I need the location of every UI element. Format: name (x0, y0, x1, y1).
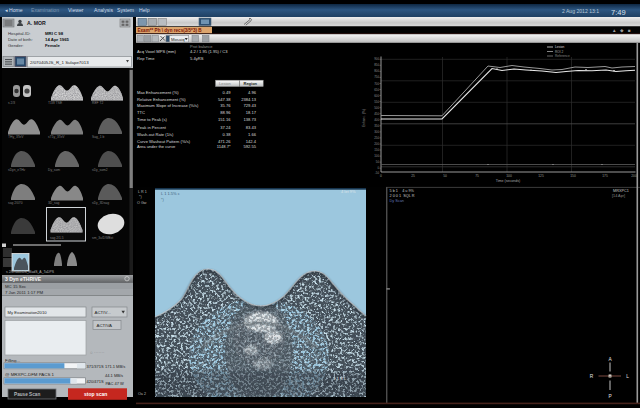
svg-text:THy_3TeV: THy_3TeV (8, 135, 24, 139)
svg-text:37.24: 37.24 (220, 125, 231, 130)
svg-text:500: 500 (374, 106, 379, 110)
svg-text:5 b 1 4 u 9%: 5 b 1 4 u 9% (390, 189, 415, 193)
svg-text:35.76: 35.76 (220, 103, 231, 108)
svg-text:Rep Time: Rep Time (137, 56, 155, 61)
svg-text:Relative Enhancement (%): Relative Enhancement (%) (137, 97, 186, 102)
svg-text:Prot balance: Prot balance (190, 44, 213, 49)
svg-text:Time (seconds): Time (seconds) (496, 179, 521, 183)
svg-text:MRI C 98: MRI C 98 (45, 31, 64, 36)
svg-text:ACTIVA: ACTIVA (97, 323, 113, 328)
svg-text:125: 125 (538, 174, 544, 178)
svg-text:0.49: 0.49 (223, 90, 232, 95)
svg-text:System: System (117, 7, 134, 13)
svg-text:Hospital-ID:: Hospital-ID: (8, 31, 30, 36)
svg-text:850: 850 (374, 63, 379, 67)
svg-text:Dy_som: Dy_som (48, 168, 60, 172)
svg-text:729.43: 729.43 (243, 103, 256, 108)
svg-text:Dy Scan: Dy Scan (390, 199, 404, 203)
svg-text:T1W TSE: T1W TSE (48, 101, 63, 105)
svg-text:250: 250 (374, 136, 379, 140)
svg-text:Reference: Reference (555, 54, 570, 58)
svg-text:0: 0 (380, 174, 382, 178)
svg-text:7:49: 7:49 (611, 8, 626, 17)
svg-text:◂ Home: ◂ Home (5, 7, 23, 13)
svg-text:-50: -50 (375, 171, 380, 175)
svg-text:420/471S: 420/471S (87, 379, 104, 384)
svg-text:s 2/070405JS_MadS_A_TaDPS: s 2/070405JS_MadS_A_TaDPS (6, 270, 55, 274)
svg-text:1148.7*: 1148.7* (217, 144, 231, 149)
svg-text:3D_sag: 3D_sag (48, 201, 60, 205)
svg-text:Lesion: Lesion (555, 45, 565, 49)
svg-text:PAC 47 W: PAC 47 W (106, 381, 125, 386)
svg-text:sT1y_3TeV: sT1y_3TeV (48, 135, 65, 139)
svg-text:Maximum Slope of Increase (%/s: Maximum Slope of Increase (%/s) (137, 103, 199, 108)
svg-text:171.1 MB/s: 171.1 MB/s (105, 364, 125, 369)
svg-text:Area under the curve: Area under the curve (137, 144, 176, 149)
svg-text:sDy_3Dsag: sDy_3Dsag (92, 201, 109, 205)
svg-text:800: 800 (374, 69, 379, 73)
svg-text:44.1 MB/s: 44.1 MB/s (105, 373, 123, 378)
svg-text:7 Jan 2011 1:17 PM: 7 Jan 2011 1:17 PM (5, 290, 44, 295)
svg-text:Exam** Ph \ dyn recs(3/5*3) B: Exam** Ph \ dyn recs(3/5*3) B (138, 28, 203, 33)
svg-text:Viewer: Viewer (68, 7, 84, 13)
svg-text:371/371S: 371/371S (87, 364, 104, 369)
svg-text:Enhanc. (%): Enhanc. (%) (362, 109, 366, 127)
svg-text:A. MOR: A. MOR (27, 20, 46, 26)
svg-text:L R 1: L R 1 (138, 190, 147, 194)
svg-text:Sag_1 b: Sag_1 b (92, 135, 104, 139)
svg-text:Lesion: Lesion (219, 81, 231, 86)
svg-text:4.96: 4.96 (248, 90, 257, 95)
svg-text:4 1 F L: 4 1 F L (333, 376, 347, 381)
svg-text:450: 450 (374, 112, 379, 116)
svg-text:L: L (626, 374, 629, 379)
svg-text:Max Enhancement (%): Max Enhancement (%) (137, 90, 179, 95)
svg-text:Peak in Percent: Peak in Percent (137, 125, 167, 130)
svg-text:0.38: 0.38 (223, 132, 232, 137)
svg-text:600: 600 (374, 94, 379, 98)
svg-text:700: 700 (374, 82, 379, 86)
svg-text:Filling...: Filling... (5, 358, 20, 363)
svg-text:Region: Region (244, 81, 258, 86)
svg-text:sag 2/1.5: sag 2/1.5 (50, 236, 64, 240)
svg-text:stop scan: stop scan (84, 391, 107, 397)
svg-text:650: 650 (374, 88, 379, 92)
svg-text:150: 150 (570, 174, 576, 178)
svg-text:Acq Voxel MPS (mm): Acq Voxel MPS (mm) (137, 49, 177, 54)
svg-text:550: 550 (374, 100, 379, 104)
svg-text:ACTIV...: ACTIV... (95, 310, 111, 315)
svg-text:Examination: Examination (31, 7, 59, 13)
svg-text:350: 350 (374, 124, 379, 128)
svg-text:2 Aug 2012 13:1: 2 Aug 2012 13:1 (562, 8, 599, 14)
svg-text:Pause Scan: Pause Scan (14, 392, 40, 397)
svg-text:@ MRXPC-DFM PACS 1: @ MRXPC-DFM PACS 1 (5, 372, 55, 377)
svg-text:592.55: 592.55 (243, 144, 256, 149)
svg-text:4.2 / 1.95 (1.95) / C3: 4.2 / 1.95 (1.95) / C3 (190, 49, 228, 54)
svg-text:MRXPC1: MRXPC1 (613, 189, 629, 193)
svg-text:1.66: 1.66 (248, 132, 257, 137)
svg-text:Oa 2: Oa 2 (138, 392, 146, 396)
svg-text:REF T2: REF T2 (92, 101, 103, 105)
svg-text:14 Apr 1965: 14 Apr 1965 (45, 37, 70, 42)
svg-text:sag 2/070: sag 2/070 (8, 201, 23, 205)
svg-text:5.4yRS: 5.4yRS (190, 56, 204, 61)
svg-text:R: R (590, 374, 594, 379)
svg-text:151.16: 151.16 (218, 117, 231, 122)
svg-text:200: 200 (631, 174, 637, 178)
svg-text:4 let 9%: 4 let 9% (341, 189, 356, 194)
svg-text:150: 150 (374, 148, 379, 152)
svg-text:175: 175 (602, 174, 608, 178)
svg-text:900: 900 (374, 57, 379, 61)
svg-text:Date of birth:: Date of birth: (8, 37, 33, 42)
svg-text:300: 300 (374, 130, 379, 134)
svg-text:547.38: 547.38 (218, 97, 231, 102)
svg-text:138.73: 138.73 (243, 117, 256, 122)
svg-text:83.43: 83.43 (246, 125, 257, 130)
svg-text:50: 50 (443, 174, 447, 178)
svg-text:Mosaiq: Mosaiq (171, 37, 185, 42)
svg-text:Analysis: Analysis (94, 7, 113, 13)
svg-text:Time to Peak (s): Time to Peak (s) (137, 117, 168, 122)
svg-text:*): *) (139, 195, 142, 199)
svg-text:○ ·······: ○ ······· (90, 350, 104, 355)
svg-text:O Gᴡ: O Gᴡ (137, 201, 147, 205)
svg-text:▲: ▲ (612, 28, 617, 33)
